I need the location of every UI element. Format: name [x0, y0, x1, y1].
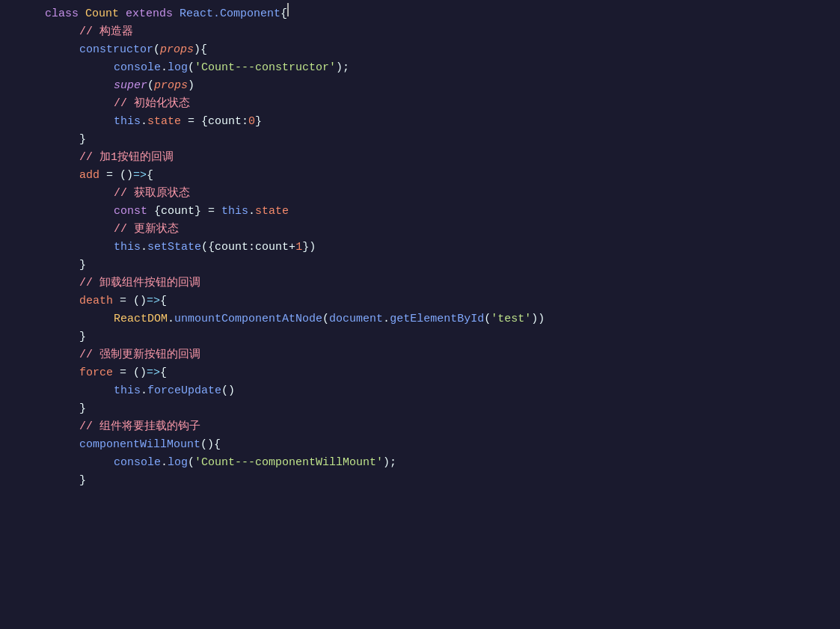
token-white: () — [221, 382, 235, 400]
code-line: super(props) — [45, 77, 840, 95]
code-line: // 组件将要挂载的钩子 — [45, 418, 840, 436]
code-container: class Count extends React.Component{// 构… — [0, 0, 840, 493]
token-white: : — [242, 113, 248, 131]
token-class-name: Count — [85, 5, 126, 23]
token-white: . — [141, 382, 147, 400]
token-white: () — [133, 364, 147, 382]
code-line: // 卸载组件按钮的回调 — [45, 274, 840, 292]
token-white: ); — [383, 454, 396, 472]
token-white: } — [255, 113, 262, 131]
token-constructor-kw: constructor — [79, 41, 153, 59]
token-white: ); — [336, 59, 349, 77]
token-comment: // 更新状态 — [114, 221, 179, 239]
token-arrow: => — [133, 167, 147, 185]
code-line: ReactDOM.unmountComponentAtNode(document… — [45, 310, 840, 328]
token-param: props — [160, 41, 194, 59]
code-line: // 构造器 — [45, 23, 840, 41]
token-comment: // 组件将要挂载的钩子 — [79, 418, 200, 436]
token-method: log — [168, 59, 188, 77]
token-white: } — [79, 400, 86, 418]
token-white: } — [79, 328, 86, 346]
token-kw-class: class — [45, 5, 85, 23]
token-string: 'Count---constructor' — [194, 59, 336, 77]
text-cursor — [287, 3, 289, 16]
token-comment: // 获取原状态 — [114, 185, 190, 203]
code-line: constructor(props){ — [45, 41, 840, 59]
code-line: force = ()=>{ — [45, 364, 840, 382]
token-method: forceUpdate — [147, 382, 221, 400]
token-console: document — [329, 310, 383, 328]
token-white: (){ — [200, 436, 221, 454]
token-comment: // 强制更新按钮的回调 — [79, 346, 200, 364]
token-method: log — [168, 454, 188, 472]
token-const-kw: const — [114, 203, 147, 221]
code-line: } — [45, 472, 840, 490]
token-comment: // 加1按钮的回调 — [79, 149, 174, 167]
code-line: } — [45, 257, 840, 274]
code-line: // 更新状态 — [45, 221, 840, 239]
code-line: console.log('Count---componentWillMount'… — [45, 454, 840, 472]
code-line: // 强制更新按钮的回调 — [45, 346, 840, 364]
code-line: add = ()=>{ — [45, 167, 840, 185]
token-property: add — [79, 167, 99, 185]
token-method: unmountComponentAtNode — [174, 310, 322, 328]
code-line: this.state = {count:0} — [45, 113, 840, 131]
token-white: . — [168, 310, 174, 328]
token-method: componentWillMount — [79, 436, 200, 454]
token-white: () — [120, 167, 133, 185]
token-white: ( — [322, 310, 329, 328]
token-white: ( — [147, 77, 154, 95]
token-identifier: count — [255, 239, 289, 257]
token-white: }) — [302, 239, 316, 257]
code-line: class Count extends React.Component{ — [45, 3, 840, 23]
code-line: console.log('Count---constructor'); — [45, 59, 840, 77]
token-brace: { — [280, 5, 287, 23]
token-string: 'Count---componentWillMount' — [194, 454, 383, 472]
token-arrow: => — [147, 292, 160, 310]
token-react-dom: ReactDOM — [114, 310, 168, 328]
token-property: state — [255, 203, 289, 221]
token-number: 1 — [295, 239, 302, 257]
token-identifier: count — [208, 113, 242, 131]
token-white: ) — [188, 77, 194, 95]
token-white: . — [161, 454, 168, 472]
code-line: componentWillMount(){ — [45, 436, 840, 454]
token-console: console — [114, 59, 161, 77]
token-identifier: count — [161, 203, 194, 221]
token-white: ( — [484, 310, 491, 328]
token-console: console — [114, 454, 161, 472]
code-line: // 加1按钮的回调 — [45, 149, 840, 167]
token-white: { — [160, 292, 167, 310]
token-white: . — [383, 310, 390, 328]
token-white: } = — [194, 203, 221, 221]
code-line: } — [45, 328, 840, 346]
token-comment: // 卸载组件按钮的回调 — [79, 274, 200, 292]
token-white: . — [141, 113, 147, 131]
token-white: () — [133, 292, 147, 310]
token-property: death — [79, 292, 113, 310]
code-line: death = ()=>{ — [45, 292, 840, 310]
token-comment: // 构造器 — [79, 23, 133, 41]
token-number: 0 — [248, 113, 255, 131]
code-editor: class Count extends React.Component{// 构… — [0, 0, 840, 629]
token-white: = { — [181, 113, 208, 131]
token-white: )) — [531, 310, 545, 328]
token-white: : — [248, 239, 255, 257]
token-white: ({ — [201, 239, 215, 257]
token-white: = — [99, 167, 120, 185]
token-white: ( — [188, 59, 194, 77]
token-white: . — [141, 239, 147, 257]
token-white: ){ — [194, 41, 207, 59]
token-arrow: => — [147, 364, 160, 382]
token-this-kw: this — [114, 382, 141, 400]
token-property: force — [79, 364, 113, 382]
token-white: = — [113, 364, 133, 382]
token-white: + — [289, 239, 295, 257]
token-white: } — [79, 257, 86, 274]
token-white: { — [147, 203, 161, 221]
token-param: props — [154, 77, 188, 95]
code-line: // 初始化状态 — [45, 95, 840, 113]
token-white: . — [161, 59, 168, 77]
token-super-kw: super — [114, 77, 147, 95]
token-white: } — [79, 472, 86, 490]
